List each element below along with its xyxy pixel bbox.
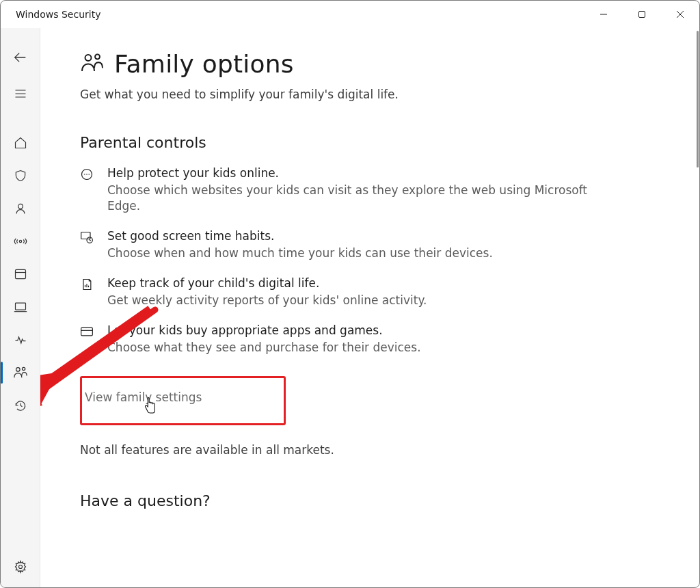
nav-device-performance[interactable] — [1, 323, 40, 356]
page-header: Family options — [80, 50, 679, 78]
feature-desc: Choose when and how much time your kids … — [107, 245, 493, 261]
nav-family-options[interactable] — [1, 356, 40, 389]
feature-screen-time: Set good screen time habits. Choose when… — [80, 229, 600, 261]
annotation-highlight-box: View family settings — [80, 376, 286, 425]
svg-rect-1 — [639, 12, 645, 18]
window-title: Windows Security — [16, 9, 100, 20]
nav-virus-protection[interactable] — [1, 159, 40, 192]
family-icon — [80, 51, 105, 78]
svg-point-15 — [22, 367, 25, 370]
main-content: Family options Get what you need to simp… — [40, 28, 699, 587]
feature-desc: Choose which websites your kids can visi… — [107, 183, 600, 214]
feature-title: Set good screen time habits. — [107, 229, 493, 243]
back-button[interactable] — [1, 40, 40, 75]
nav-account-protection[interactable] — [1, 192, 40, 225]
svg-line-26 — [90, 240, 91, 241]
feature-purchases: Let your kids buy appropriate apps and g… — [80, 323, 600, 356]
nav-protection-history[interactable] — [1, 389, 40, 422]
minimize-button[interactable] — [584, 1, 623, 28]
window-controls — [584, 1, 699, 28]
page-title: Family options — [114, 50, 294, 78]
svg-rect-12 — [15, 303, 25, 310]
screen-time-icon — [80, 229, 95, 261]
feature-title: Let your kids buy appropriate apps and g… — [107, 323, 421, 337]
svg-rect-23 — [81, 232, 90, 239]
svg-point-20 — [95, 54, 100, 59]
scrollbar[interactable] — [697, 31, 699, 168]
nav-device-security[interactable] — [1, 291, 40, 323]
availability-note: Not all features are available in all ma… — [80, 443, 679, 457]
report-icon — [80, 276, 95, 308]
maximize-button[interactable] — [623, 1, 661, 28]
close-button[interactable] — [661, 1, 699, 28]
nav-firewall[interactable] — [1, 225, 40, 258]
client-area: Family options Get what you need to simp… — [1, 28, 699, 587]
svg-line-17 — [21, 405, 23, 407]
app-window: Windows Security — [0, 0, 700, 588]
globe-icon — [80, 166, 95, 214]
feature-desc: Choose what they see and purchase for th… — [107, 340, 421, 356]
feature-protect-kids: Help protect your kids online. Choose wh… — [80, 166, 600, 214]
parental-controls-heading: Parental controls — [80, 134, 679, 151]
menu-button[interactable] — [1, 75, 40, 113]
feature-desc: Get weekly activity reports of your kids… — [107, 293, 427, 308]
svg-rect-10 — [15, 269, 25, 278]
svg-rect-30 — [81, 328, 93, 336]
svg-point-14 — [16, 368, 19, 372]
feature-activity-report: Keep track of your child's digital life.… — [80, 276, 600, 308]
nav-settings[interactable] — [1, 550, 40, 583]
title-bar: Windows Security — [1, 1, 699, 28]
nav-home[interactable] — [1, 126, 40, 159]
have-a-question-heading: Have a question? — [80, 492, 679, 509]
page-subtitle: Get what you need to simplify your famil… — [80, 88, 679, 101]
feature-title: Help protect your kids online. — [107, 166, 600, 180]
nav-app-browser-control[interactable] — [1, 258, 40, 291]
pointer-cursor-icon — [142, 397, 157, 417]
svg-point-18 — [18, 565, 22, 569]
view-family-settings-link[interactable]: View family settings — [82, 378, 284, 423]
svg-point-9 — [19, 240, 21, 242]
feature-title: Keep track of your child's digital life. — [107, 276, 427, 290]
card-icon — [80, 323, 95, 356]
svg-marker-34 — [40, 385, 42, 412]
svg-point-8 — [18, 204, 23, 209]
svg-point-19 — [85, 55, 92, 61]
sidebar — [1, 28, 40, 587]
